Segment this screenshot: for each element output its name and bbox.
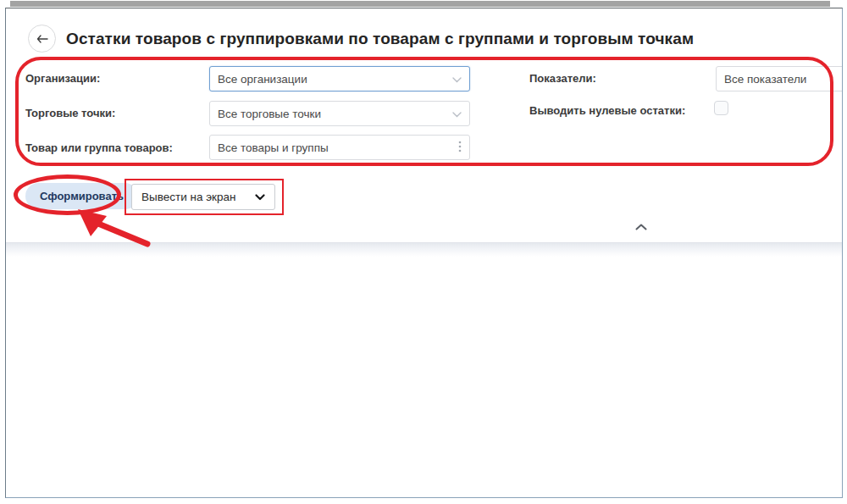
collapse-settings-button[interactable] [629,219,653,233]
organizations-select[interactable]: Все организации [209,66,470,91]
header-divider [6,242,842,257]
outlets-value: Все торговые точки [218,108,452,120]
outlets-select[interactable]: Все торговые точки [209,101,470,126]
organizations-value: Все организации [218,73,452,86]
page-title: Остатки товаров с группировками по товар… [66,30,694,48]
organizations-label: Организации: [25,72,100,85]
back-button[interactable] [28,25,56,53]
zero-stock-label: Выводить нулевые остатки: [529,104,685,117]
product-group-label: Товар или группа товаров: [25,141,173,154]
outlets-label: Торговые точки: [25,107,115,119]
generate-button[interactable]: Сформировать [25,183,138,209]
output-mode-select[interactable]: Вывести на экран [131,184,275,210]
indicators-select[interactable]: Все показатели [716,66,843,91]
zero-stock-checkbox[interactable] [714,101,728,115]
chevron-down-icon [452,108,462,120]
chevron-down-icon [255,191,265,203]
report-page: Остатки товаров с группировками по товар… [5,8,843,498]
window-top-strip [10,1,830,7]
output-mode-value: Вывести на экран [141,191,255,203]
product-group-picker[interactable]: Все товары и группы [209,135,470,160]
chevron-up-icon [635,220,647,233]
back-arrow-icon [36,31,48,47]
product-group-value: Все товары и группы [218,141,458,154]
dots-vertical-icon [458,141,462,155]
indicators-label: Показатели: [529,72,596,85]
screenshot-root: Остатки товаров с группировками по товар… [0,0,847,504]
chevron-down-icon [452,73,462,86]
indicators-value: Все показатели [724,73,843,86]
